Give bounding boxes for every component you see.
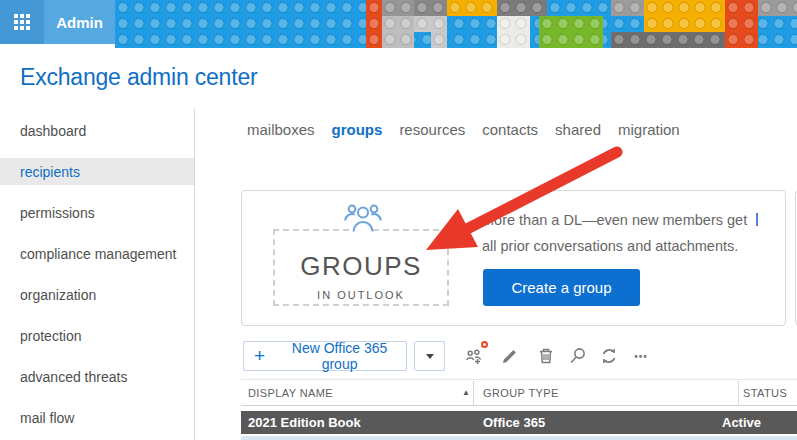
column-header-status[interactable]: STATUS: [743, 387, 787, 399]
sidebar-item-mail-flow[interactable]: mail flow: [0, 397, 194, 438]
tab-mailboxes[interactable]: mailboxes: [247, 121, 315, 138]
sidebar-item-recipients[interactable]: recipients: [0, 158, 194, 185]
tab-resources[interactable]: resources: [399, 121, 465, 138]
lego-brick: [611, 32, 725, 48]
sidebar-divider: [194, 108, 195, 440]
admin-label: Admin: [56, 14, 103, 31]
groups-promo-subheading: IN OUTLOOK: [273, 289, 449, 301]
chevron-down-icon: [426, 354, 434, 359]
lego-brick: [366, 0, 382, 48]
delete-button[interactable]: [535, 345, 557, 367]
table-row-selected[interactable]: 2021 Edition Book Office 365 Active: [241, 411, 797, 434]
cell-group-type: Office 365: [483, 415, 545, 430]
more-actions-button[interactable]: •••: [630, 345, 652, 367]
delete-trash-icon: [536, 346, 556, 366]
column-divider[interactable]: [738, 381, 739, 405]
groups-people-icon: [337, 196, 389, 240]
lego-brick: [447, 0, 497, 16]
create-a-group-label: Create a group: [511, 279, 611, 296]
lego-brick: [382, 0, 414, 16]
sidebar-item-advanced-threats[interactable]: advanced threats: [0, 356, 194, 397]
app-launcher-waffle-icon: [14, 14, 30, 30]
lego-brick: [539, 16, 603, 48]
groups-table-header: DISPLAY NAME ▲ GROUP TYPE STATUS: [241, 379, 797, 406]
tab-contacts[interactable]: contacts: [482, 121, 538, 138]
sidebar-item-compliance-management[interactable]: compliance management: [0, 233, 194, 274]
plus-icon: +: [254, 346, 265, 365]
lego-brick: [431, 16, 447, 48]
groups-promo-description: More than a DL—even new members get all …: [482, 207, 758, 259]
column-divider[interactable]: [473, 381, 474, 405]
tab-shared[interactable]: shared: [555, 121, 601, 138]
new-office-365-group-button[interactable]: + New Office 365 group: [243, 341, 407, 371]
recipients-tab-bar: mailboxesgroupsresourcescontactssharedmi…: [247, 121, 680, 138]
cell-display-name: 2021 Edition Book: [248, 415, 361, 430]
lego-brick: [414, 16, 431, 32]
exchange-admin-center-window: Admin Exchange admin center dashboardrec…: [0, 0, 797, 440]
add-members-icon: [464, 346, 484, 366]
column-header-group-type[interactable]: GROUP TYPE: [483, 387, 559, 399]
column-header-display-name[interactable]: DISPLAY NAME: [248, 387, 333, 399]
lego-brick: [497, 16, 530, 48]
tab-migration[interactable]: migration: [618, 121, 680, 138]
lego-brick: [644, 0, 725, 32]
groups-promo-card: GROUPS IN OUTLOOK More than a DL—even ne…: [241, 190, 786, 326]
lego-brick: [611, 0, 644, 16]
sidebar-item-protection[interactable]: protection: [0, 315, 194, 356]
add-members-button[interactable]: [463, 345, 485, 367]
lego-brick: [725, 0, 758, 48]
groups-promo-heading: GROUPS: [273, 251, 449, 282]
sidebar-item-organization[interactable]: organization: [0, 274, 194, 315]
lego-brick: [497, 0, 547, 16]
lego-pattern-decoration: [115, 0, 797, 48]
new-group-dropdown-button[interactable]: [414, 341, 445, 371]
lego-brick: [414, 0, 447, 16]
edit-pencil-icon: [500, 346, 520, 366]
tab-groups[interactable]: groups: [332, 121, 383, 138]
edit-button[interactable]: [499, 345, 521, 367]
search-button[interactable]: [567, 345, 589, 367]
lego-brick: [758, 0, 797, 16]
sort-ascending-icon[interactable]: ▲: [462, 388, 470, 397]
refresh-button[interactable]: [598, 345, 620, 367]
sidebar-item-permissions[interactable]: permissions: [0, 192, 194, 233]
lego-brick: [382, 16, 414, 48]
admin-home-link[interactable]: Admin: [44, 0, 115, 44]
text-cursor: [756, 213, 758, 226]
top-banner: Admin: [0, 0, 797, 48]
groups-toolbar: + New Office 365 group: [241, 341, 797, 371]
new-office-365-group-label: New Office 365 group: [273, 340, 406, 372]
cell-status: Active: [722, 415, 761, 430]
sidebar: dashboardrecipientspermissionscompliance…: [0, 110, 194, 438]
search-icon: [568, 346, 588, 366]
page-title: Exchange admin center: [20, 64, 257, 91]
notification-badge: [481, 341, 488, 348]
sidebar-item-dashboard[interactable]: dashboard: [0, 110, 194, 151]
table-row-partial[interactable]: [241, 436, 797, 440]
create-a-group-button[interactable]: Create a group: [483, 269, 640, 306]
app-launcher-button[interactable]: [0, 0, 44, 44]
more-ellipsis-icon: •••: [634, 351, 648, 362]
refresh-icon: [599, 346, 619, 366]
